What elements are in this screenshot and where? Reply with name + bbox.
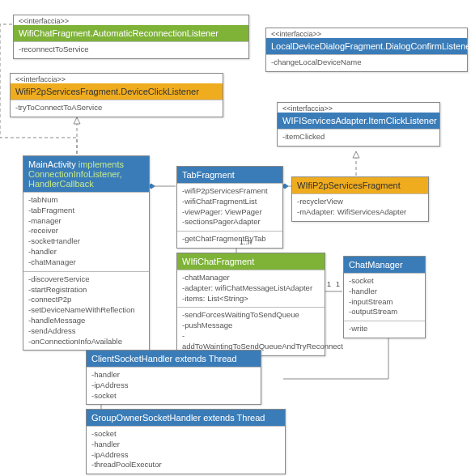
attr: -tabNum [28,195,144,206]
class-title: LocalDeviceDialogFragment.DialogConfirmL… [266,38,467,54]
attr: -recyclerView [297,197,423,207]
class-wifichat-fragment: WIfiChatFragment -chatManager -adapter: … [176,253,325,356]
class-wifichat-auto-reconnect: <<interfaccia>> WifiChatFragment.Automat… [13,15,249,59]
operation: -handleMessage [28,316,144,326]
attr: -wifiChatFragmentList [182,197,278,207]
class-title: ChatManager [344,257,425,273]
class-main-activity: MainActivity implements ConnectionInfoLi… [23,155,150,351]
multiplicity-one: 1 [327,280,331,288]
attr: -ipAddress [91,380,256,391]
class-group-owner-socket-handler: GroupOwnerSocketHandler extends Thread -… [86,409,286,474]
operation: -onConnectionInfoAvailable [28,337,144,347]
operation: -itemClicked [282,132,435,142]
class-title: GroupOwnerSocketHandler extends Thread [87,410,285,426]
attr: -handler [91,370,256,380]
attr: -handler [349,287,420,297]
attr: -receiver [28,226,144,236]
attr-section: -recyclerView -mAdapter: WifiServicesAda… [292,193,428,221]
attr-section: -socket -handler -ipAddress -threadPoolE… [87,426,285,474]
attr: -socket [91,429,280,440]
operation: -getChatFragmentByTab [182,234,278,244]
attr: -tabFragment [28,206,144,216]
attr: -sectionsPagerAdapter [182,217,278,227]
operation: -startRegistration [28,285,144,295]
class-title: WifiP2pServicesFragment.DeviceClickListe… [11,83,223,100]
operation: -connectP2p [28,295,144,305]
attr-section: -chatManager -adapter: wifiChatMessageLi… [177,270,325,307]
class-title-text: MainActivity [28,159,76,169]
multiplicity-one: 1 [336,280,340,288]
stereotype-label: <<interfaccia>> [11,74,223,83]
attr-section: -socket -handler -inputStream -outputStr… [344,273,425,321]
class-title: ClientSocketHandler extends Thread [87,351,261,367]
attr: -socket [91,391,256,402]
attr: -viewPager: ViewPager [182,207,278,218]
multiplicity-label: 1..n [240,238,252,246]
op-section: -sendForcesWaitingToSendQueue -pushMessa… [177,307,325,355]
attr: -items: List<String> [182,294,320,304]
class-title: WIfiChatFragment [177,253,325,270]
operation: -discovereService [28,274,144,285]
operation: -addToWaintingToSendQueueAndTryReconnect [182,331,320,352]
class-title: WifiChatFragment.AutomaticReconnectionLi… [14,25,248,41]
attr-section: -tabNum -tabFragment -manager -receiver … [23,192,149,271]
class-title: MainActivity implements ConnectionInfoLi… [23,156,149,192]
attr: -manager [28,216,144,227]
attr: -handler [91,440,280,450]
stereotype-label: <<interfaccia>> [14,15,248,25]
class-chat-manager: ChatManager -socket -handler -inputStrea… [343,256,426,338]
attr: -inputStream [349,297,420,308]
attr: -mAdapter: WifiServicesAdapter [297,207,423,218]
attr: -threadPoolExecutor [91,460,280,470]
operation: -sendAddress [28,326,144,337]
attr-section: -wifiP2pServicesFrament -wifiChatFragmen… [177,183,282,231]
class-wifip2p-services-fragment: WIfiP2pServicesFragment -recyclerView -m… [291,176,429,222]
class-device-click: <<interfaccia>> WifiP2pServicesFragment.… [10,73,223,117]
attr: -outputStream [349,307,420,317]
class-title: TabFragment [177,167,282,183]
attr: -handler [28,247,144,257]
class-tab-fragment: TabFragment -wifiP2pServicesFrament -wif… [176,166,283,249]
stereotype-label: <<interfaccia>> [278,103,439,113]
operation: -write [349,324,420,334]
operation: -reconnectToService [19,45,244,55]
stereotype-label: <<interfaccia>> [266,28,467,38]
attr: -chatManager [28,257,144,268]
attr: -wifiP2pServicesFrament [182,186,278,197]
operation: -setDeviceNameWithReflection [28,305,144,316]
attr-section: -handler -ipAddress -socket [87,367,261,404]
attr: -socketHandler [28,236,144,247]
op-section: -discovereService -startRegistration -co… [23,271,149,351]
class-title: WIFIServicesAdapter.ItemClickListener [278,113,439,129]
class-local-device-dialog: <<interfaccia>> LocalDeviceDialogFragmen… [265,28,468,72]
attr: -ipAddress [91,450,280,461]
operation: -pushMessage [182,321,320,331]
class-client-socket-handler: ClientSocketHandler extends Thread -hand… [86,350,261,405]
class-title: WIfiP2pServicesFragment [292,177,428,193]
attr: -adapter: wifiChatMessageListAdapter [182,283,320,294]
class-services-adapter-itemclick: <<interfaccia>> WIFIServicesAdapter.Item… [277,102,440,147]
operation: -changeLocalDeviceName [271,57,462,68]
attr: -chatManager [182,273,320,283]
operation: -tryToConnectToAService [15,103,218,113]
attr: -socket [349,276,420,287]
operation: -sendForcesWaitingToSendQueue [182,310,320,321]
